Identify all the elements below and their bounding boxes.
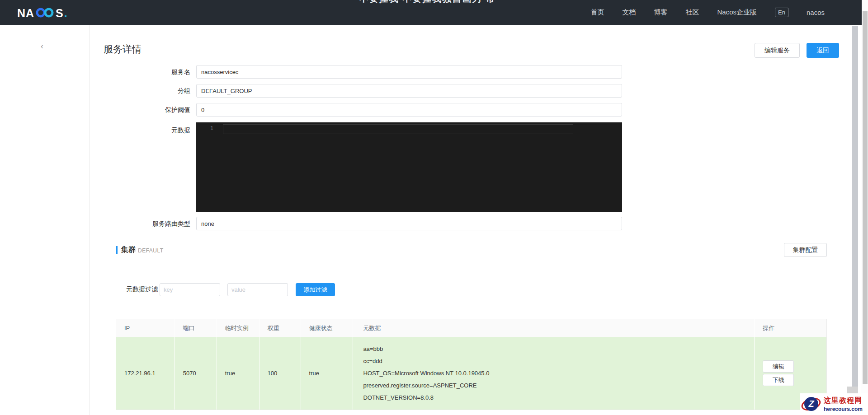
service-name-label: 服务名 — [113, 65, 190, 79]
chevron-left-icon[interactable]: ‹ — [41, 42, 43, 50]
protect-threshold-label: 保护阈值 — [113, 103, 190, 117]
cell-healthy: true — [301, 337, 354, 410]
col-header-port: 端口 — [175, 319, 217, 337]
group-input[interactable] — [196, 84, 622, 98]
watermark-logo-icon: Z — [800, 394, 822, 415]
filter-value-input[interactable] — [227, 283, 288, 296]
col-header-ip: IP — [116, 319, 175, 337]
logo-text-right: S — [56, 7, 64, 20]
route-type-label: 服务路由类型 — [113, 217, 190, 230]
metadata-entry: aa=bbb — [363, 343, 383, 355]
metadata-entry: cc=ddd — [363, 355, 382, 367]
section-accent-bar — [116, 246, 118, 254]
metadata-filter-label: 元数据过滤 — [126, 285, 158, 294]
cell-port: 5070 — [175, 337, 217, 410]
watermark-circle: Z — [804, 397, 818, 411]
nav-item-community[interactable]: 社区 — [686, 8, 699, 17]
username[interactable]: nacos — [807, 9, 825, 16]
col-header-ephemeral: 临时实例 — [217, 319, 259, 337]
watermark-letter: Z — [808, 399, 814, 409]
metadata-code-editor[interactable]: 1 — [196, 122, 622, 212]
editor-line-number: 1 — [210, 125, 213, 131]
cell-ip: 172.21.96.1 — [116, 337, 175, 410]
app-window: NA S . 不要捶我 不要捶我独自画刀 帮 首页 文档 博客 社区 Nacos… — [0, 0, 868, 415]
col-header-weight: 权重 — [259, 319, 301, 337]
watermark-text: 这里教程网 herecours.com — [824, 396, 863, 412]
watermark: Z 这里教程网 herecours.com — [800, 393, 868, 415]
instance-table: IP 端口 临时实例 权重 健康状态 元数据 操作 172.21.96.1 50… — [116, 319, 827, 410]
top-nav: NA S . 不要捶我 不要捶我独自画刀 帮 首页 文档 博客 社区 Nacos… — [0, 0, 868, 25]
window-scrollbar-track[interactable] — [862, 0, 868, 415]
metadata-label: 元数据 — [113, 123, 190, 137]
inner-scrollbar-thumb[interactable] — [852, 26, 858, 387]
service-name-input[interactable] — [196, 65, 622, 79]
table-header-row: IP 端口 临时实例 权重 健康状态 元数据 操作 — [116, 319, 826, 337]
window-scrollbar-thumb[interactable] — [863, 11, 868, 384]
nav-item-enterprise[interactable]: Nacos企业版 — [717, 8, 757, 17]
offline-instance-button[interactable]: 下线 — [763, 374, 794, 386]
watermark-title: 这里教程网 — [824, 396, 863, 406]
filter-key-input[interactable] — [160, 283, 220, 296]
cluster-name: DEFAULT — [138, 247, 164, 254]
clipped-overlay-text: 不要捶我 不要捶我独自画刀 帮 — [359, 0, 495, 5]
nav-menu: 首页 文档 博客 社区 Nacos企业版 En nacos — [591, 0, 825, 25]
col-header-metadata: 元数据 — [353, 319, 755, 337]
cell-metadata: aa=bbb cc=ddd HOST_OS=Microsoft Windows … — [353, 337, 755, 410]
table-row: 172.21.96.1 5070 true 100 true aa=bbb cc… — [116, 337, 826, 410]
nav-item-docs[interactable]: 文档 — [623, 8, 636, 17]
cluster-config-button[interactable]: 集群配置 — [784, 243, 827, 257]
edit-service-button[interactable]: 编辑服务 — [755, 43, 800, 58]
col-header-healthy: 健康状态 — [301, 319, 354, 337]
infinity-logo-icon — [34, 6, 56, 20]
cluster-section-title: 集群 — [121, 245, 136, 255]
protect-threshold-input[interactable] — [196, 103, 622, 117]
add-filter-button[interactable]: 添加过滤 — [296, 283, 335, 296]
logo-text-left: NA — [17, 7, 34, 20]
page-title: 服务详情 — [104, 43, 142, 56]
group-label: 分组 — [113, 84, 190, 98]
edit-instance-button[interactable]: 编辑 — [763, 360, 794, 373]
metadata-entry: DOTNET_VERSION=8.0.8 — [363, 392, 434, 404]
col-header-actions: 操作 — [755, 319, 826, 337]
nav-item-home[interactable]: 首页 — [591, 8, 604, 17]
cell-ephemeral: true — [217, 337, 259, 410]
editor-current-line — [223, 124, 573, 134]
language-toggle-button[interactable]: En — [775, 8, 788, 17]
metadata-entry: HOST_OS=Microsoft Windows NT 10.0.19045.… — [363, 367, 489, 379]
logo-dot: . — [64, 7, 68, 20]
nacos-logo[interactable]: NA S . — [17, 6, 68, 20]
watermark-domain: herecours.com — [824, 406, 863, 412]
nav-item-blog[interactable]: 博客 — [654, 8, 668, 17]
route-type-input[interactable] — [196, 217, 622, 230]
cell-weight: 100 — [259, 337, 301, 410]
editor-gutter: 1 — [196, 122, 222, 212]
sidebar: ‹ — [0, 25, 90, 415]
back-button[interactable]: 返回 — [807, 43, 839, 58]
metadata-entry: preserved.register.source=ASPNET_CORE — [363, 379, 476, 392]
main-content: 服务详情 编辑服务 返回 服务名 分组 保护阈值 元数据 1 服务路由类型 集群… — [90, 25, 868, 415]
